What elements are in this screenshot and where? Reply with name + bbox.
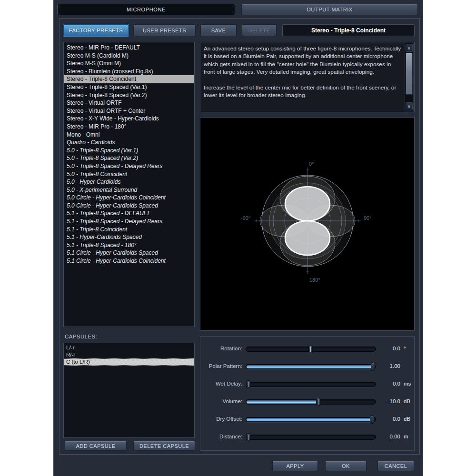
preset-list-item[interactable]: Stereo - Virtual ORTF + Center [64,107,194,115]
slider-thumb[interactable] [316,398,320,406]
apply-button[interactable]: APPLY [272,461,318,471]
polar-label-90: 90° [364,215,372,221]
preset-list-item[interactable]: Stereo - Triple-8 Spaced (Var.2) [64,91,194,99]
preset-list[interactable]: Stereo - MIR Pro - DEFAULTStereo M-S (Ca… [63,42,195,327]
preset-list-item[interactable]: Stereo - Virtual ORTF [64,99,194,107]
slider-row: Rotation:0.0° [200,344,414,354]
slider-unit: ° [404,346,420,351]
preset-list-item[interactable]: Stereo - X-Y Wide - Hyper-Cardioids [64,115,194,123]
user-presets-label: USER PRESETS [143,28,186,33]
tab-output-matrix[interactable]: OUTPUT MATRIX [241,4,418,15]
tab-microphone[interactable]: MICROPHONE [57,4,235,15]
ok-label: OK [342,463,350,469]
preset-list-item[interactable]: 5.1 - Triple-8 Spaced - 180° [64,241,194,249]
preset-list-item[interactable]: 5.1 - Triple-8 Coincident [64,226,194,234]
preset-list-item[interactable]: Stereo - MIR Pro - DEFAULT [64,44,194,52]
slider-fill [247,418,373,421]
preset-list-item[interactable]: Stereo - Blumlein (crossed Fig.8s) [64,68,194,76]
slider-track[interactable] [246,399,376,405]
preset-list-item[interactable]: Stereo - MIR Pro - 180° [64,123,194,131]
preset-list-item[interactable]: Mono - Omni [64,131,194,139]
slider-row: Dry Offset:0.0dB [200,415,414,424]
preset-list-item[interactable]: 5.1 Circle - Hyper-Cardioids Spaced [64,249,194,257]
slider-unit: m [404,434,420,439]
cancel-button[interactable]: CANCEL [377,461,414,471]
preset-list-item[interactable]: 5.0 - Triple-8 Spaced - Delayed Rears [64,162,194,170]
scroll-down-icon[interactable]: ∨ [406,102,413,110]
delete-label: DELETE [248,28,270,33]
slider-thumb[interactable] [246,433,250,441]
preset-list-item[interactable]: Stereo M-S (Cardioid M) [64,52,194,60]
slider-value: 0.0 [357,381,400,387]
preset-list-item[interactable]: Quadro - Cardioids [64,139,194,147]
ok-button[interactable]: OK [325,461,367,471]
slider-thumb[interactable] [308,345,313,353]
slider-track[interactable] [246,364,376,369]
preset-list-item[interactable]: 5.1 - Triple-8 Spaced - Delayed Rears [64,218,194,226]
cancel-label: CANCEL [385,463,407,469]
preset-list-item[interactable]: Stereo - Triple-8 Spaced (Var.1) [64,83,194,91]
microphone-panel: FACTORY PRESETS USER PRESETS SAVE DELETE… [59,18,420,455]
slider-fill [247,400,319,404]
slider-row: Polar Pattern:1.00 [200,362,414,371]
preset-list-item[interactable]: Stereo M-S (Omni M) [64,60,194,68]
capsule-list-item[interactable]: L/-r [64,344,194,351]
slider-value: 0.0 [357,346,400,351]
preset-list-item[interactable]: 5.1 - Triple-8 Spaced - DEFAULT [64,209,194,218]
preset-description: An advanced stereo setup consisting of t… [200,42,415,112]
current-preset-name: Stereo - Triple-8 Coincident [282,24,415,36]
polar-label-180: 180° [309,277,320,283]
preset-description-text: An advanced stereo setup consisting of t… [204,45,403,99]
capsules-heading: CAPSULES: [65,334,97,339]
capsule-parameters-panel: Rotation:0.0°Polar Pattern:1.00Wet Delay… [200,336,415,451]
plugin-window: MICROPHONE OUTPUT MATRIX FACTORY PRESETS… [53,0,423,476]
polar-label-0: 0° [309,161,314,167]
slider-unit: ms [404,381,420,387]
slider-thumb[interactable] [246,380,250,388]
polar-pattern-svg: 0° 90° -90° 180° [200,118,414,330]
polar-pattern-display: 0° 90° -90° 180° [200,117,415,331]
tab-output-matrix-label: OUTPUT MATRIX [307,7,353,12]
user-presets-button[interactable]: USER PRESETS [133,24,196,36]
delete-button[interactable]: DELETE [242,24,277,36]
add-capsule-button[interactable]: ADD CAPSULE [65,441,127,451]
capsule-list-item[interactable]: R/-l [64,351,194,358]
current-preset-label: Stereo - Triple-8 Coincident [311,27,386,34]
save-label: SAVE [211,28,226,33]
save-button[interactable]: SAVE [200,24,237,36]
slider-track[interactable] [246,382,376,387]
description-paragraph-2: Increase the level of the center mic for… [204,84,403,99]
slider-label: Polar Pattern: [200,363,242,369]
slider-fill [247,365,374,368]
apply-label: APPLY [286,463,304,469]
slider-unit: dB [404,416,420,422]
tab-microphone-label: MICROPHONE [127,7,166,12]
preset-list-item[interactable]: 5.0 - Triple-8 Spaced (Var.2) [64,154,194,162]
preset-list-item[interactable]: 5.0 Circle - Hyper-Cardioids Coincident [64,194,194,202]
scrollbar-thumb[interactable] [406,53,413,95]
preset-list-item[interactable]: 5.0 - Triple-8 Spaced (Var.1) [64,147,194,155]
polar-label-minus90: -90° [241,215,250,221]
delete-capsule-label: DELETE CAPSULE [139,443,189,449]
description-scrollbar[interactable]: ∧ ∨ [405,43,414,111]
preset-list-item[interactable]: 5.0 Circle - Hyper-Cardioids Spaced [64,202,194,210]
slider-label: Wet Delay: [200,381,242,387]
slider-value: 0.00 [357,434,400,439]
factory-presets-button[interactable]: FACTORY PRESETS [63,24,129,36]
slider-value: 0.0 [357,416,400,422]
slider-row: Distance:0.00m [200,432,414,442]
slider-row: Wet Delay:0.0ms [200,379,414,389]
preset-list-item[interactable]: 5.0 - X-perimental Surround [64,186,194,194]
slider-track[interactable] [246,435,376,440]
delete-capsule-button[interactable]: DELETE CAPSULE [133,441,195,451]
slider-track[interactable] [246,347,376,352]
capsule-list-item[interactable]: C (to L/R) [64,358,194,366]
preset-list-item[interactable]: Stereo - Triple-8 Coincident [64,75,194,83]
preset-list-item[interactable]: 5.0 - Triple-8 Coincident [64,170,194,178]
scroll-up-icon[interactable]: ∧ [406,44,413,52]
preset-list-item[interactable]: 5.1 - Hyper-Cardioids Spaced [64,233,194,241]
preset-list-item[interactable]: 5.0 - Hyper Cardioids [64,178,194,186]
capsule-list[interactable]: L/-rR/-lC (to L/R) [63,343,195,438]
preset-list-item[interactable]: 5.1 Circle - Hyper-Cardioids Coincident [64,257,194,265]
slider-track[interactable] [246,417,376,422]
